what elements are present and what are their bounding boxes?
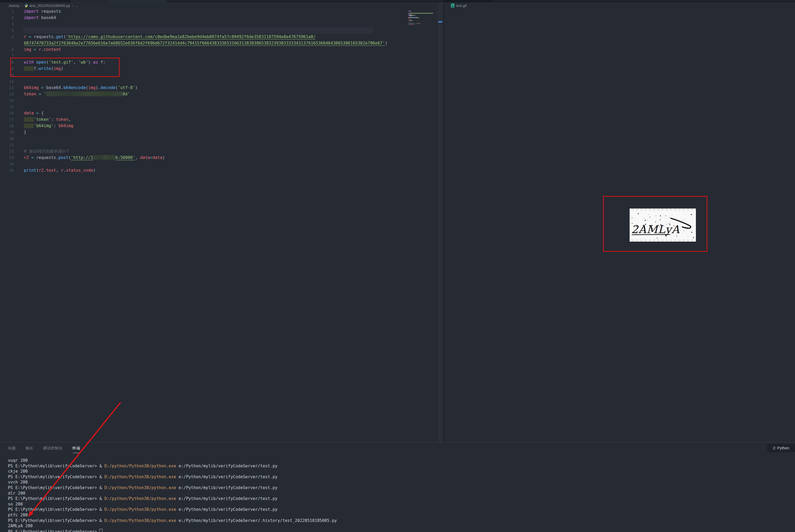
breadcrumb-separator: › (72, 4, 73, 8)
terminal-line: PS E:\Python\mylib\verifyCodeServer> & D… (8, 518, 337, 524)
code-line: 9 f.write(img) (0, 65, 409, 72)
code-text: token = '0d' (24, 91, 130, 97)
code-line: 5r = requests.get('https://camo.githubus… (0, 34, 409, 40)
line-number: 23 (0, 154, 14, 161)
bottom-panel: 问题输出调试控制台终端 2: Python vuqr 200PS E:\Pyth… (0, 442, 795, 532)
breadcrumb-separator: › (21, 4, 22, 8)
code-line: 7 (0, 53, 409, 59)
code-line: 19} (0, 129, 409, 135)
code-text: with open('test.gif', 'wb') as f: (24, 59, 106, 65)
line-number: 16 (0, 110, 14, 116)
code-line: 13token = '0d' (0, 91, 409, 97)
code-line: 14 (0, 97, 409, 103)
terminal-line: PS E:\Python\mylib\verifyCodeServer> & D… (8, 485, 337, 491)
editor-group-left[interactable]: .history › test_20220510185005.py › ... … (0, 2, 443, 442)
line-number: 25 (0, 167, 14, 173)
terminal-line: vvch 200 (8, 479, 337, 485)
code-line: 2import base64 (0, 15, 409, 21)
terminal-line: PS E:\Python\mylib\verifyCodeServer> (8, 529, 337, 532)
panel-tab-0[interactable]: 问题 (8, 446, 16, 453)
line-number: 8 (0, 59, 14, 65)
line-number: 22 (0, 148, 14, 154)
code-text: 'token': token, (24, 116, 71, 123)
tab-strip[interactable] (0, 0, 795, 2)
tab-remnant[interactable] (109, 0, 166, 2)
terminal-line: ckje 200 (8, 469, 337, 474)
code-text: b64img = base64.b64encode(img).decode('u… (24, 84, 137, 91)
overview-ruler[interactable] (438, 2, 442, 442)
code-line: 20 (0, 135, 409, 142)
line-number: 21 (0, 142, 14, 148)
captcha-preview: 2AMLyA (630, 209, 696, 242)
code-line: 22# 验证码识别服务器url (0, 148, 409, 154)
code-line: 11 (0, 78, 409, 84)
vscode-window: .history › test_20220510185005.py › ... … (0, 0, 795, 532)
terminal-output[interactable]: vuqr 200PS E:\Python\mylib\verifyCodeSer… (8, 458, 337, 532)
python-file-icon (24, 4, 28, 7)
captcha-image: 2AMLyA (630, 209, 696, 242)
line-number: 18 (0, 123, 14, 129)
code-text: 68747470733a2f2f63646e2e77656e616e7a6865… (24, 40, 387, 46)
editor-group-right[interactable]: test.gif 2AMLyA (444, 2, 795, 442)
terminal-cursor (99, 529, 102, 532)
image-file-icon (451, 3, 454, 8)
line-number: 2 (0, 15, 14, 21)
code-text: data = { (24, 110, 44, 116)
code-line: 25print(r2.text, r.status_code) (0, 167, 409, 173)
line-number: 7 (0, 53, 14, 59)
image-tab[interactable]: test.gif (451, 2, 467, 9)
minimap-line (409, 24, 438, 25)
breadcrumb: .history › test_20220510185005.py › ... (8, 2, 78, 9)
code-line: 21 (0, 142, 409, 148)
code-line: 18 'b64img': b64img (0, 123, 409, 129)
line-number: 10 (0, 72, 14, 78)
panel-tab-3[interactable]: 终端 (72, 446, 80, 453)
breadcrumb-file[interactable]: test_20220510185005.py (30, 4, 70, 8)
line-number: 9 (0, 65, 14, 72)
code-text: import requests (24, 8, 61, 15)
line-number: 3 (0, 21, 14, 27)
code-text: f.write(img) (24, 65, 63, 72)
line-number: 19 (0, 129, 14, 135)
line-number: 13 (0, 91, 14, 97)
code-text: r2 = requests.post('http://16:50000', da… (24, 154, 165, 161)
code-text: # 验证码识别服务器url (24, 148, 69, 154)
code-text: 'b64img': b64img (24, 123, 73, 129)
code-line: 24 (0, 161, 409, 167)
code-text: } (24, 129, 26, 135)
line-number: 15 (0, 103, 14, 110)
code-line: 16data = { (0, 110, 409, 116)
code-text: r = requests.get('https://camo.githubuse… (24, 34, 316, 40)
captcha-strike-line (632, 234, 670, 235)
tab-remnant-testgif[interactable] (444, 0, 492, 2)
breadcrumb-folder[interactable]: .history (8, 4, 20, 8)
code-text: import base64 (24, 15, 56, 21)
terminal-line: so 200 (8, 501, 337, 507)
code-line: 6img = r.content (0, 46, 409, 53)
code-line: 3 (0, 21, 409, 27)
terminal-line: PS E:\Python\mylib\verifyCodeServer> & D… (8, 463, 337, 469)
image-tab-label[interactable]: test.gif (456, 4, 467, 8)
terminal-line: PS E:\Python\mylib\verifyCodeServer> & D… (8, 507, 337, 512)
tab-remnant[interactable] (71, 0, 108, 2)
terminal-line: vuqr 200 (8, 458, 337, 463)
line-number: 17 (0, 116, 14, 123)
line-number: 11 (0, 78, 14, 84)
terminal-selector-label: 2: Python (773, 446, 789, 450)
code-text: print(r2.text, r.status_code) (24, 167, 96, 173)
overview-ruler-marker (438, 21, 442, 22)
panel-tab-2[interactable]: 调试控制台 (43, 446, 63, 453)
panel-tab-1[interactable]: 输出 (25, 446, 33, 453)
line-number: 1 (0, 8, 14, 15)
code-line: 68747470733a2f2f63646e2e77656e616e7a6865… (0, 40, 409, 46)
terminal-selector-dropdown[interactable]: 2: Python (767, 444, 795, 452)
minimap[interactable] (409, 11, 438, 25)
code-text: img = r.content (24, 46, 61, 53)
terminal-line: dlr 200 (8, 491, 337, 496)
tab-remnant[interactable] (0, 0, 70, 2)
captcha-text: 2AMLyA (631, 223, 680, 236)
terminal-line: ptfc 200 (8, 512, 337, 518)
code-line: 8with open('test.gif', 'wb') as f: (0, 59, 409, 65)
code-editor[interactable]: 1import requests2import base64345r = req… (0, 8, 409, 173)
breadcrumb-more[interactable]: ... (75, 4, 78, 8)
